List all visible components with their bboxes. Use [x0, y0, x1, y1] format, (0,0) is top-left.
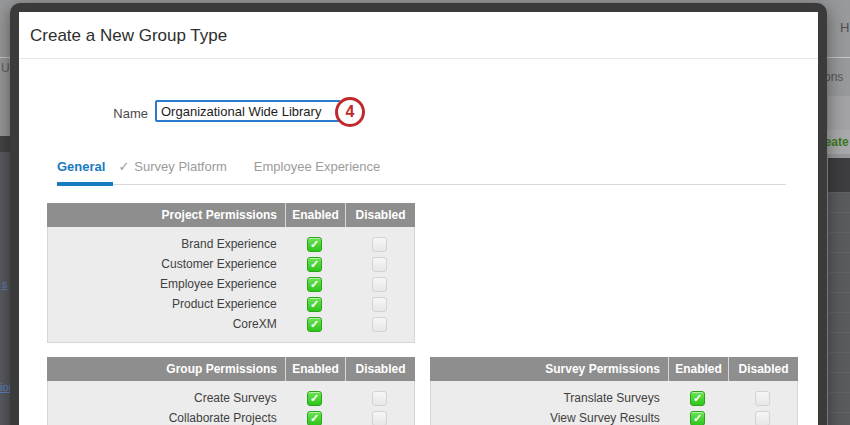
- tabs-divider: [57, 184, 786, 185]
- background-link-fragment[interactable]: s: [2, 278, 8, 290]
- permission-label: Collaborate Projects: [48, 411, 285, 425]
- disabled-checkbox-unchecked[interactable]: [372, 277, 387, 292]
- enabled-checkbox-checked[interactable]: ✓: [307, 317, 322, 332]
- background-table-header-right: [828, 158, 850, 192]
- table-header-title: Group Permissions: [47, 357, 285, 381]
- table-header-row: Survey Permissions Enabled Disabled: [430, 357, 798, 381]
- enabled-column-header: Enabled: [285, 203, 345, 227]
- disabled-column-header: Disabled: [345, 357, 415, 381]
- permission-label: Customer Experience: [48, 257, 285, 271]
- enabled-checkbox-checked[interactable]: ✓: [690, 391, 705, 406]
- enabled-checkbox-checked[interactable]: ✓: [307, 277, 322, 292]
- enabled-checkbox-checked[interactable]: ✓: [307, 237, 322, 252]
- disabled-checkbox-unchecked[interactable]: [755, 391, 770, 406]
- disabled-checkbox-unchecked[interactable]: [372, 297, 387, 312]
- background-text-help: H: [840, 20, 849, 35]
- permission-label: Employee Experience: [48, 277, 285, 291]
- modal-title-divider: [19, 58, 818, 59]
- modal-tabs: General ✓ Survey Platform Employee Exper…: [57, 159, 380, 174]
- tab-general[interactable]: General: [57, 159, 105, 174]
- enabled-checkbox-checked[interactable]: ✓: [307, 391, 322, 406]
- disabled-checkbox-unchecked[interactable]: [372, 237, 387, 252]
- table-row: Brand Experience ✓: [48, 234, 414, 254]
- active-tab-underline: [57, 182, 113, 186]
- permission-label: CoreXM: [48, 317, 285, 331]
- survey-permissions-table: Survey Permissions Enabled Disabled Tran…: [430, 357, 798, 425]
- table-row: Customer Experience ✓: [48, 254, 414, 274]
- disabled-checkbox-unchecked[interactable]: [372, 411, 387, 425]
- enabled-checkbox-checked[interactable]: ✓: [307, 297, 322, 312]
- background-table-rows-right: [828, 192, 850, 425]
- permission-label: Brand Experience: [48, 237, 285, 251]
- permission-label: Translate Surveys: [431, 391, 668, 405]
- name-field-label: Name: [78, 106, 148, 121]
- table-row: Create Surveys ✓: [48, 388, 414, 408]
- permission-label: Create Surveys: [48, 391, 285, 405]
- group-permissions-table: Group Permissions Enabled Disabled Creat…: [47, 357, 415, 425]
- tab-survey-platform[interactable]: Survey Platform: [134, 159, 226, 174]
- table-row: CoreXM ✓: [48, 314, 414, 334]
- enabled-column-header: Enabled: [668, 357, 728, 381]
- enabled-checkbox-checked[interactable]: ✓: [690, 411, 705, 425]
- tab-employee-experience[interactable]: Employee Experience: [254, 159, 380, 174]
- table-body: Create Surveys ✓ Collaborate Projects ✓: [47, 381, 415, 425]
- permission-label: View Survey Results: [431, 411, 668, 425]
- annotation-step-4-badge: 4: [335, 97, 365, 127]
- disabled-column-header: Disabled: [728, 357, 798, 381]
- disabled-checkbox-unchecked[interactable]: [372, 257, 387, 272]
- screen: Us s ion H ons reate Create a New Group …: [0, 0, 850, 425]
- table-row: View Survey Results ✓: [431, 408, 797, 425]
- enabled-checkbox-checked[interactable]: ✓: [307, 411, 322, 425]
- table-header-row: Group Permissions Enabled Disabled: [47, 357, 415, 381]
- disabled-checkbox-unchecked[interactable]: [372, 317, 387, 332]
- disabled-checkbox-unchecked[interactable]: [755, 411, 770, 425]
- table-header-title: Survey Permissions: [430, 357, 668, 381]
- disabled-checkbox-unchecked[interactable]: [372, 391, 387, 406]
- table-row: Product Experience ✓: [48, 294, 414, 314]
- checkmark-icon: ✓: [118, 159, 129, 174]
- modal-title: Create a New Group Type: [30, 26, 227, 46]
- enabled-column-header: Enabled: [285, 357, 345, 381]
- permission-label: Product Experience: [48, 297, 285, 311]
- background-panel-right: [828, 96, 850, 130]
- enabled-checkbox-checked[interactable]: ✓: [307, 257, 322, 272]
- table-row: Collaborate Projects ✓: [48, 408, 414, 425]
- name-input[interactable]: [155, 100, 341, 122]
- disabled-column-header: Disabled: [345, 203, 415, 227]
- project-permissions-table: Project Permissions Enabled Disabled Bra…: [47, 203, 415, 343]
- table-body: Translate Surveys ✓ View Survey Results …: [430, 381, 798, 425]
- table-body: Brand Experience ✓ Customer Experience ✓…: [47, 227, 415, 343]
- table-row: Employee Experience ✓: [48, 274, 414, 294]
- table-row: Translate Surveys ✓: [431, 388, 797, 408]
- table-header-row: Project Permissions Enabled Disabled: [47, 203, 415, 227]
- create-group-type-modal: Create a New Group Type Name 4 General ✓…: [10, 3, 827, 425]
- table-header-title: Project Permissions: [47, 203, 285, 227]
